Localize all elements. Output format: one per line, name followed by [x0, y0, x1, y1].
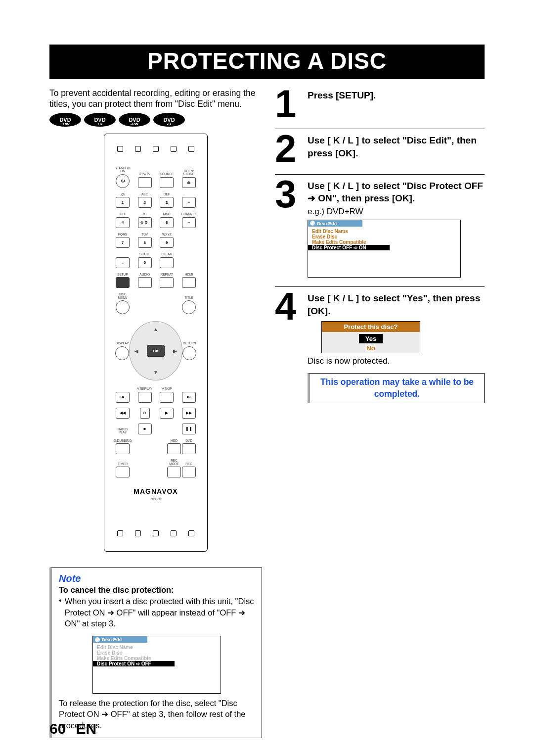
step-3: 3 Use [ K / L ] to select "Disc Protect …: [275, 175, 485, 287]
stop-button[interactable]: ■: [138, 424, 152, 434]
rec-button[interactable]: [182, 467, 196, 477]
num-1[interactable]: 1: [116, 197, 130, 208]
num-2[interactable]: 2: [138, 197, 152, 208]
vskip-button[interactable]: [160, 392, 174, 403]
note-subtitle: To cancel the disc protection:: [59, 585, 255, 595]
dubbing-button[interactable]: [116, 443, 130, 454]
warning-box: This operation may take a while to be co…: [308, 373, 485, 403]
step-3-menu-screenshot: Disc Edit Edit Disc Name Erase Disc Make…: [308, 220, 461, 278]
note-box: Note To cancel the disc protection: • Wh…: [49, 567, 262, 738]
open-close-button[interactable]: ⏏: [182, 177, 196, 188]
step-number: 1: [275, 87, 303, 120]
badge-dvd-plus-r: DVD+R: [84, 113, 116, 127]
play-button[interactable]: ▶: [160, 408, 174, 419]
dvd-button[interactable]: [182, 443, 196, 454]
page-number: 60: [49, 720, 66, 737]
num-7[interactable]: 7: [116, 237, 130, 248]
prev-skip-button[interactable]: ⏮: [116, 392, 130, 403]
return-button[interactable]: [182, 346, 196, 360]
step-3-text: Use [ K / L ] to select "Disc Protect OF…: [308, 180, 485, 205]
bullet-icon: •: [59, 596, 62, 605]
audio-button[interactable]: [138, 277, 152, 288]
page-footer: 60 EN: [49, 720, 96, 737]
num-3[interactable]: 3: [160, 197, 174, 208]
badge-dvd-plus-rw: DVD+RW: [49, 113, 81, 127]
menu-item: Erase Disc: [93, 650, 221, 656]
left-arrow-icon[interactable]: ◀: [134, 348, 138, 354]
page-language: EN: [76, 720, 96, 737]
step-number: 3: [275, 178, 303, 210]
display-button[interactable]: [115, 346, 129, 360]
vreplay-button[interactable]: [138, 392, 152, 403]
title-button[interactable]: [182, 300, 196, 314]
num-6[interactable]: 6: [160, 217, 174, 228]
dialog-title: Protect this disc?: [322, 322, 420, 332]
menu-item-active: Disc Protect OFF ➪ ON: [308, 245, 390, 250]
note-title: Note: [59, 573, 255, 584]
pause-button[interactable]: ❚❚: [182, 424, 196, 434]
standby-on-button[interactable]: ⏻: [116, 174, 130, 188]
next-skip-button[interactable]: ⏭: [182, 392, 196, 403]
clear-button[interactable]: [160, 257, 174, 268]
hdmi-button[interactable]: [182, 277, 196, 288]
step-2-text: Use [ K / L ] to select "Disc Edit", the…: [308, 134, 485, 159]
disc-icon: [310, 221, 315, 226]
step-number: 2: [275, 132, 303, 165]
num-4[interactable]: 4: [116, 217, 130, 228]
step-4: 4 Use [ K / L ] to select "Yes", then pr…: [275, 287, 485, 413]
format-badges: DVD+RW DVD+R DVD-RW DVD-R: [49, 113, 262, 127]
protect-dialog: Protect this disc? Yes No: [321, 321, 420, 353]
note-bullet-text: When you insert a disc protected with th…: [65, 596, 255, 629]
stop-button-small[interactable]: ⊙: [140, 408, 150, 419]
hdd-button[interactable]: [167, 443, 181, 454]
dialog-option-no: No: [322, 343, 420, 353]
fast-forward-button[interactable]: ▶▶: [182, 408, 196, 419]
menu-item: Edit Disc Name: [308, 229, 460, 234]
menu-item: Erase Disc: [308, 234, 460, 239]
right-arrow-icon[interactable]: ▶: [173, 348, 177, 354]
step-2: 2 Use [ K / L ] to select "Disc Edit", t…: [275, 129, 485, 174]
num-0[interactable]: 0: [138, 257, 152, 268]
menu-item: Make Edits Compatible: [308, 239, 460, 245]
num-5[interactable]: ⊙5: [138, 217, 152, 228]
disc-menu-button[interactable]: [116, 300, 130, 314]
dtv-tv-button[interactable]: [138, 177, 152, 188]
step-1: 1 Press [SETUP].: [275, 84, 485, 129]
timer-button[interactable]: [116, 467, 130, 477]
menu-item: Edit Disc Name: [93, 645, 221, 650]
badge-dvd-minus-r: DVD-R: [153, 113, 185, 127]
badge-dvd-minus-rw: DVD-RW: [119, 113, 150, 127]
menu-item: Make Edits Compatible: [93, 656, 221, 661]
brand-logo: MAGNAVOX: [134, 487, 178, 495]
disc-icon: [95, 637, 100, 642]
dialog-option-yes: Yes: [359, 334, 383, 343]
page-title: PROTECTING A DISC: [49, 45, 485, 79]
rewind-button[interactable]: ◀◀: [116, 408, 130, 419]
step-number: 4: [275, 290, 303, 323]
down-arrow-icon[interactable]: ▼: [153, 370, 158, 375]
source-button[interactable]: [160, 177, 174, 188]
model-number: NB820: [150, 497, 161, 501]
channel-up-button[interactable]: +: [182, 197, 196, 208]
navigation-pad[interactable]: OK ▲ ▼ ◀ ▶: [129, 321, 182, 380]
ok-button[interactable]: OK: [147, 345, 165, 357]
intro-text: To prevent accidental recording, editing…: [49, 88, 257, 110]
step-1-text: Press [SETUP].: [308, 89, 376, 102]
note-menu-screenshot: Disc Edit Edit Disc Name Erase Disc Make…: [92, 636, 221, 694]
dot-button[interactable]: .: [116, 257, 130, 268]
step-3-example: e.g.) DVD+RW: [308, 207, 485, 217]
setup-button[interactable]: [116, 277, 130, 288]
remote-control-diagram: STANDBY-ON⏻ DTV/TV SOURCE OPEN/ CLOSE⏏ .…: [104, 134, 208, 552]
repeat-button[interactable]: [160, 277, 174, 288]
num-8[interactable]: 8: [138, 237, 152, 248]
step-4-result: Disc is now protected.: [308, 356, 485, 366]
rec-mode-button[interactable]: [167, 467, 181, 477]
num-9[interactable]: 9: [160, 237, 174, 248]
channel-down-button[interactable]: −: [182, 217, 196, 228]
up-arrow-icon[interactable]: ▲: [153, 327, 158, 332]
menu-item-active: Disc Protect ON ➪ OFF: [93, 661, 175, 666]
step-4-text: Use [ K / L ] to select "Yes", then pres…: [308, 292, 485, 317]
